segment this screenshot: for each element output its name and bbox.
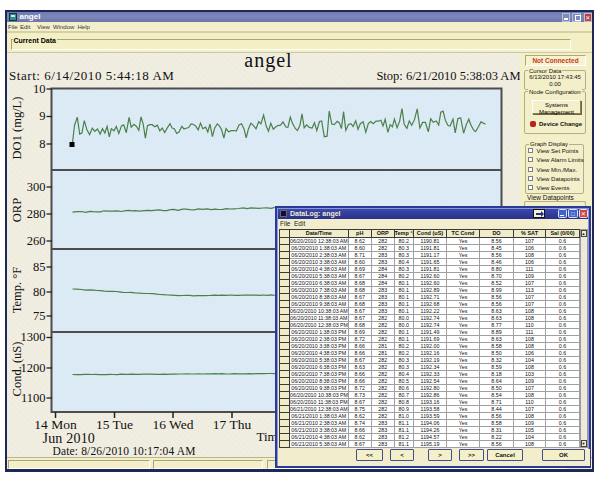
- svg-text:Stop: 6/21/2010 5:38:03 AM: Stop: 6/21/2010 5:38:03 AM: [376, 69, 520, 83]
- svg-text:260: 260: [26, 234, 45, 248]
- svg-text:Jun 2010: Jun 2010: [42, 431, 95, 446]
- svg-text:Temp. °F: Temp. °F: [10, 267, 24, 314]
- svg-text:8: 8: [39, 137, 45, 151]
- svg-text:1100: 1100: [20, 391, 45, 405]
- svg-text:Start: 6/14/2010 5:44:18 AM: Start: 6/14/2010 5:44:18 AM: [9, 68, 174, 83]
- svg-text:85: 85: [33, 260, 46, 274]
- svg-text:14 Mon: 14 Mon: [34, 417, 77, 432]
- svg-text:75: 75: [33, 309, 46, 323]
- svg-text:1300: 1300: [20, 330, 45, 344]
- svg-text:17 Thu: 17 Thu: [212, 417, 251, 432]
- svg-text:Date: 8/26/2010 10:17:04 AM: Date: 8/26/2010 10:17:04 AM: [52, 445, 195, 457]
- svg-text:80: 80: [33, 285, 46, 299]
- svg-text:Cond. (uS): Cond. (uS): [10, 342, 24, 397]
- svg-text:angel: angel: [244, 53, 292, 72]
- svg-text:280: 280: [26, 207, 45, 221]
- svg-text:10: 10: [33, 82, 46, 96]
- svg-text:ORP: ORP: [10, 198, 24, 222]
- svg-text:9: 9: [39, 109, 45, 123]
- svg-text:15 Tue: 15 Tue: [95, 417, 132, 432]
- svg-text:DO1 (mg/L): DO1 (mg/L): [10, 97, 24, 160]
- svg-text:16 Wed: 16 Wed: [152, 417, 193, 432]
- svg-text:300: 300: [26, 180, 45, 194]
- svg-text:1200: 1200: [20, 361, 45, 375]
